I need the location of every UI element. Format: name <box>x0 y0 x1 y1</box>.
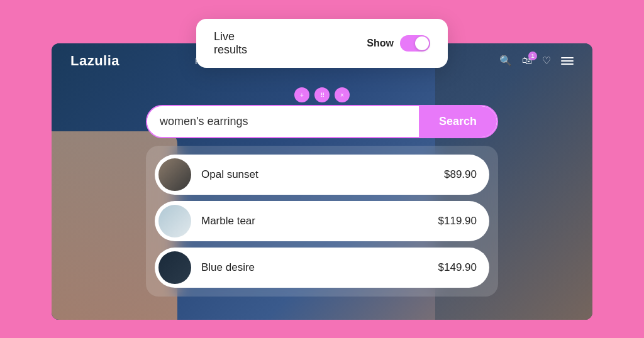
site-frame: Lazulia Products Designers Story 🔍 🛍 1 ♡ <box>52 43 592 320</box>
result-thumb-2 <box>158 251 191 284</box>
wishlist-icon[interactable]: ♡ <box>542 55 551 67</box>
hamburger-line-3 <box>561 63 574 65</box>
result-thumb-0 <box>158 158 191 191</box>
search-toolbar: + ⠿ × <box>146 87 498 102</box>
toolbar-grid-btn[interactable]: ⠿ <box>314 87 330 102</box>
result-thumb-1 <box>158 205 191 237</box>
toggle-container: Show <box>367 35 430 52</box>
cart-badge: 1 <box>528 52 537 60</box>
result-name-2: Blue desire <box>201 261 428 274</box>
outer-wrapper: Live results Show Lazulia Products Desig… <box>0 0 644 338</box>
search-icon[interactable]: 🔍 <box>499 55 512 67</box>
hamburger-line-1 <box>561 57 574 58</box>
search-button[interactable]: Search <box>419 106 497 137</box>
result-item-1[interactable]: Marble tear $119.90 <box>155 201 489 241</box>
result-name-1: Marble tear <box>201 215 428 227</box>
toggle-label: Show <box>367 38 394 49</box>
result-item-2[interactable]: Blue desire $149.90 <box>155 248 489 288</box>
search-box-row: Search <box>146 105 498 138</box>
result-item-0[interactable]: Opal sunset $89.90 <box>155 155 489 195</box>
live-results-card: Live results Show <box>196 19 448 68</box>
hamburger-line-2 <box>561 60 574 62</box>
brand-logo: Lazulia <box>70 53 119 69</box>
results-dropdown: Opal sunset $89.90 Marble tear $119.90 B… <box>146 146 498 297</box>
result-price-2: $149.90 <box>438 261 477 274</box>
live-results-label: Live results <box>214 30 253 57</box>
result-name-0: Opal sunset <box>201 168 434 181</box>
hamburger-icon[interactable] <box>561 57 574 65</box>
search-input[interactable] <box>147 106 419 137</box>
toolbar-add-btn[interactable]: + <box>294 87 309 102</box>
result-price-0: $89.90 <box>444 168 477 181</box>
live-results-toggle[interactable] <box>400 35 430 52</box>
cart-icon[interactable]: 🛍 1 <box>522 55 532 67</box>
result-price-1: $119.90 <box>438 215 477 227</box>
search-area: + ⠿ × Search Opal sunset $89.90 Marble t… <box>146 87 498 297</box>
toolbar-close-btn[interactable]: × <box>335 87 350 102</box>
nav-icons: 🔍 🛍 1 ♡ <box>499 55 574 67</box>
